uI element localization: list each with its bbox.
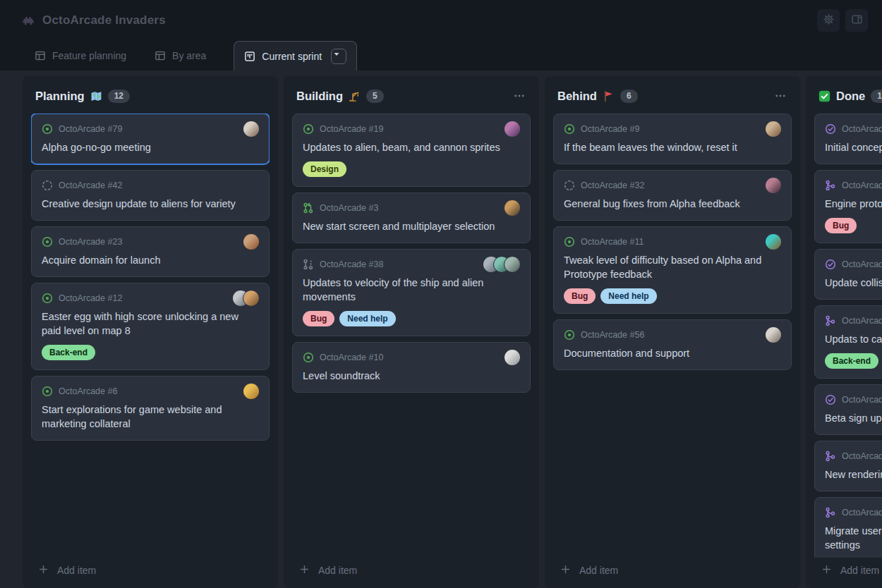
card[interactable]: OctoArcade #56Documentation and support: [553, 319, 792, 370]
tab-feature-planning[interactable]: Feature planning: [24, 41, 137, 71]
card-header: OctoArcade: [825, 313, 882, 329]
add-item-label: Add item: [57, 565, 96, 576]
card-list: OctoArcadeInitial conceptsOctoArcadeEngi…: [814, 114, 882, 558]
card-title: Engine prototype: [825, 197, 882, 211]
tab-by-area[interactable]: By area: [144, 41, 217, 71]
column-count-badge: 6: [620, 90, 638, 103]
issue-draft-icon: [564, 180, 575, 191]
card-title: Level soundtrack: [303, 369, 520, 383]
project-board: Planning12OctoArcade #79Alpha go-no-go m…: [0, 71, 882, 588]
issue-closed-icon: [825, 394, 836, 405]
red-flag-icon: [603, 90, 615, 102]
add-item-button[interactable]: Add item: [292, 558, 531, 580]
column-title: Planning: [35, 90, 85, 103]
side-panel-button[interactable]: [845, 9, 868, 32]
card-title: Acquire domain for launch: [42, 253, 259, 267]
construction-crane-icon: [349, 90, 361, 102]
card-id: OctoArcade #23: [59, 237, 122, 247]
column-menu-button[interactable]: [511, 89, 528, 103]
card-title: Alpha go-no-go meeting: [42, 140, 259, 154]
card[interactable]: OctoArcade #19Updates to alien, beam, an…: [292, 114, 531, 187]
avatar: [766, 178, 781, 193]
column-count-badge: 5: [366, 90, 384, 103]
top-chrome: OctoArcade Invaders Feature planning By …: [0, 0, 882, 71]
plus-icon: [560, 564, 571, 577]
table-icon: [155, 50, 166, 61]
card-id: OctoArcade #6: [59, 386, 117, 396]
card-title: New start screen and multiplayer selecti…: [303, 219, 520, 233]
card-header: OctoArcade #79: [42, 121, 259, 137]
card[interactable]: OctoArcade #12Easter egg with high score…: [31, 283, 270, 370]
gear-icon: [823, 13, 835, 27]
card-title: Updats to cannon: [825, 332, 882, 346]
column-header: Building5: [296, 87, 528, 104]
card[interactable]: OctoArcade #9If the beam leaves the wind…: [553, 114, 792, 164]
card[interactable]: OctoArcade #79Alpha go-no-go meeting: [31, 114, 270, 164]
card-title: Start explorations for game website and …: [42, 403, 259, 431]
plus-icon: [38, 564, 49, 577]
card[interactable]: OctoArcade #42Creative design update to …: [31, 170, 270, 221]
green-check-icon: [818, 90, 830, 102]
column-menu-button[interactable]: [772, 89, 789, 103]
card-labels: BugNeed help: [303, 311, 520, 326]
card[interactable]: OctoArcadeBeta sign up: [814, 384, 882, 435]
avatar: [766, 121, 781, 137]
card-header: OctoArcade #42: [42, 178, 259, 193]
card-title: Creative design update to aliens for var…: [42, 197, 259, 211]
card-list: OctoArcade #9If the beam leaves the wind…: [553, 114, 792, 370]
card-id: OctoArcade: [842, 508, 882, 517]
add-item-label: Add item: [318, 565, 357, 576]
card-title: Updates to velocity of the ship and alie…: [303, 276, 520, 304]
settings-button[interactable]: [817, 9, 840, 32]
issue-open-icon: [42, 293, 53, 304]
board-column-done: Done12OctoArcadeInitial conceptsOctoArca…: [806, 76, 882, 588]
card-id: OctoArcade: [842, 316, 882, 326]
column-count-badge: 12: [108, 90, 130, 103]
card-title: Tweak level of difficulty based on Alpha…: [564, 253, 781, 281]
card-header: OctoArcade: [825, 178, 882, 193]
add-item-button[interactable]: Add item: [553, 558, 792, 580]
card[interactable]: OctoArcadeUpdate collision detection: [814, 249, 882, 300]
add-item-button[interactable]: Add item: [31, 558, 270, 580]
card[interactable]: OctoArcade #32General bug fixes from Alp…: [553, 170, 792, 221]
tab-label: Current sprint: [262, 51, 322, 62]
card[interactable]: OctoArcadeInitial concepts: [814, 114, 882, 164]
add-item-button[interactable]: Add item: [814, 558, 882, 580]
card[interactable]: OctoArcade #6Start explorations for game…: [31, 376, 270, 441]
card[interactable]: OctoArcadeUpdats to cannonBack-end: [814, 305, 882, 379]
issue-draft-icon: [42, 180, 53, 191]
card[interactable]: OctoArcade #23Acquire domain for launch: [31, 226, 270, 277]
card[interactable]: OctoArcade #38Updates to velocity of the…: [292, 249, 531, 336]
card-header: OctoArcade #32: [564, 178, 781, 193]
card[interactable]: OctoArcadeEngine prototypeBug: [814, 170, 882, 243]
card[interactable]: OctoArcadeNew rendering engine: [814, 441, 882, 491]
label-pill: Back-end: [42, 345, 95, 360]
card[interactable]: OctoArcade #11Tweak level of difficulty …: [553, 226, 792, 314]
board-column-behind: Behind6OctoArcade #9If the beam leaves t…: [545, 76, 800, 588]
card-title: If the beam leaves the window, reset it: [564, 140, 781, 154]
pr-merged-icon: [825, 451, 836, 462]
tab-current-sprint[interactable]: Current sprint: [234, 41, 357, 71]
card-labels: Back-end: [42, 345, 259, 360]
card-labels: Bug: [825, 218, 882, 233]
label-pill: Back-end: [825, 353, 878, 369]
avatar: [243, 384, 259, 399]
assignee-avatars: [766, 178, 781, 193]
assignee-avatars: [766, 327, 781, 343]
page-title: OctoArcade Invaders: [42, 13, 166, 27]
card[interactable]: OctoArcadeMigrate users settings: [814, 497, 882, 558]
card[interactable]: OctoArcade #10Level soundtrack: [292, 342, 531, 393]
issue-open-icon: [564, 123, 575, 135]
view-tabbar: Feature planning By area Current sprint: [0, 41, 882, 71]
issue-open-icon: [42, 123, 53, 135]
tab-options-caret[interactable]: [331, 49, 346, 64]
card-list: OctoArcade #79Alpha go-no-go meetingOcto…: [31, 114, 270, 441]
avatar: [243, 234, 259, 250]
avatar: [243, 290, 259, 306]
card-header: OctoArcade: [825, 121, 882, 137]
card-id: OctoArcade #32: [581, 180, 644, 190]
issue-closed-icon: [825, 259, 836, 270]
card[interactable]: OctoArcade #3New start screen and multip…: [292, 192, 531, 243]
issue-open-icon: [303, 352, 314, 363]
label-pill: Bug: [825, 218, 857, 233]
